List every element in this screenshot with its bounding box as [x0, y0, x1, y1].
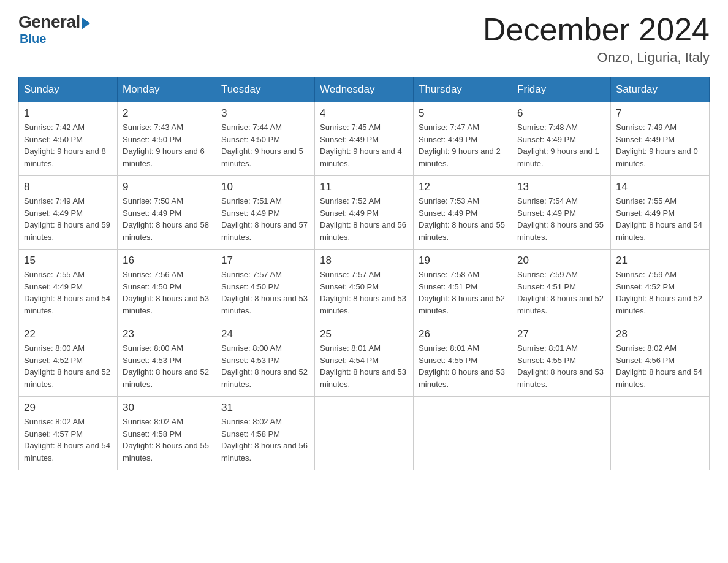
- day-number: 18: [320, 255, 408, 267]
- calendar-cell: 13Sunrise: 7:54 AMSunset: 4:49 PMDayligh…: [512, 176, 611, 250]
- calendar-cell: 5Sunrise: 7:47 AMSunset: 4:49 PMDaylight…: [414, 102, 512, 176]
- day-info: Sunrise: 8:00 AMSunset: 4:52 PMDaylight:…: [24, 342, 112, 390]
- header-wednesday: Wednesday: [315, 77, 414, 102]
- day-info: Sunrise: 8:02 AMSunset: 4:58 PMDaylight:…: [221, 416, 309, 464]
- day-number: 6: [517, 107, 605, 120]
- calendar-week-4: 22Sunrise: 8:00 AMSunset: 4:52 PMDayligh…: [19, 323, 710, 397]
- day-number: 23: [123, 328, 211, 340]
- day-info: Sunrise: 7:42 AMSunset: 4:50 PMDaylight:…: [24, 121, 112, 169]
- day-info: Sunrise: 7:55 AMSunset: 4:49 PMDaylight:…: [24, 269, 112, 316]
- calendar-cell: 14Sunrise: 7:55 AMSunset: 4:49 PMDayligh…: [611, 176, 710, 250]
- day-info: Sunrise: 7:49 AMSunset: 4:49 PMDaylight:…: [24, 195, 112, 243]
- calendar-cell: 21Sunrise: 7:59 AMSunset: 4:52 PMDayligh…: [611, 250, 710, 323]
- day-info: Sunrise: 8:02 AMSunset: 4:57 PMDaylight:…: [24, 416, 112, 464]
- header-friday: Friday: [512, 77, 611, 102]
- calendar-title: December 2024: [483, 12, 710, 47]
- day-info: Sunrise: 7:59 AMSunset: 4:52 PMDaylight:…: [616, 269, 704, 316]
- logo-arrow-icon: [82, 17, 90, 29]
- day-info: Sunrise: 7:44 AMSunset: 4:50 PMDaylight:…: [221, 121, 309, 169]
- day-number: 4: [320, 107, 408, 120]
- header-monday: Monday: [118, 77, 216, 102]
- calendar-cell: 3Sunrise: 7:44 AMSunset: 4:50 PMDaylight…: [216, 102, 315, 176]
- calendar-cell: [512, 397, 611, 470]
- day-info: Sunrise: 8:01 AMSunset: 4:55 PMDaylight:…: [419, 342, 507, 390]
- calendar-cell: 11Sunrise: 7:52 AMSunset: 4:49 PMDayligh…: [315, 176, 414, 250]
- day-info: Sunrise: 8:00 AMSunset: 4:53 PMDaylight:…: [221, 342, 309, 390]
- day-number: 20: [517, 255, 605, 267]
- day-number: 21: [616, 255, 704, 267]
- day-info: Sunrise: 7:56 AMSunset: 4:50 PMDaylight:…: [123, 269, 211, 316]
- calendar-cell: 22Sunrise: 8:00 AMSunset: 4:52 PMDayligh…: [19, 323, 118, 397]
- day-number: 3: [221, 107, 309, 120]
- day-number: 1: [24, 107, 112, 120]
- calendar-cell: 28Sunrise: 8:02 AMSunset: 4:56 PMDayligh…: [611, 323, 710, 397]
- calendar-table: SundayMondayTuesdayWednesdayThursdayFrid…: [18, 77, 710, 470]
- day-info: Sunrise: 7:57 AMSunset: 4:50 PMDaylight:…: [320, 269, 408, 316]
- day-info: Sunrise: 8:02 AMSunset: 4:58 PMDaylight:…: [123, 416, 211, 464]
- calendar-cell: 4Sunrise: 7:45 AMSunset: 4:49 PMDaylight…: [315, 102, 414, 176]
- day-number: 27: [517, 328, 605, 340]
- day-number: 28: [616, 328, 704, 340]
- calendar-cell: 8Sunrise: 7:49 AMSunset: 4:49 PMDaylight…: [19, 176, 118, 250]
- day-number: 30: [123, 402, 211, 414]
- day-info: Sunrise: 8:02 AMSunset: 4:56 PMDaylight:…: [616, 342, 704, 390]
- calendar-cell: 23Sunrise: 8:00 AMSunset: 4:53 PMDayligh…: [118, 323, 216, 397]
- day-number: 24: [221, 328, 309, 340]
- day-number: 11: [320, 181, 408, 193]
- calendar-cell: 16Sunrise: 7:56 AMSunset: 4:50 PMDayligh…: [118, 250, 216, 323]
- day-info: Sunrise: 7:51 AMSunset: 4:49 PMDaylight:…: [221, 195, 309, 243]
- calendar-subtitle: Onzo, Liguria, Italy: [483, 50, 710, 66]
- day-number: 25: [320, 328, 408, 340]
- calendar-cell: [611, 397, 710, 470]
- day-number: 14: [616, 181, 704, 193]
- day-info: Sunrise: 8:01 AMSunset: 4:55 PMDaylight:…: [517, 342, 605, 390]
- calendar-cell: 20Sunrise: 7:59 AMSunset: 4:51 PMDayligh…: [512, 250, 611, 323]
- day-info: Sunrise: 7:50 AMSunset: 4:49 PMDaylight:…: [123, 195, 211, 243]
- day-number: 29: [24, 402, 112, 414]
- day-number: 22: [24, 328, 112, 340]
- day-number: 16: [123, 255, 211, 267]
- calendar-cell: 7Sunrise: 7:49 AMSunset: 4:49 PMDaylight…: [611, 102, 710, 176]
- day-info: Sunrise: 7:54 AMSunset: 4:49 PMDaylight:…: [517, 195, 605, 243]
- logo-general-text: General: [18, 12, 80, 32]
- calendar-cell: 17Sunrise: 7:57 AMSunset: 4:50 PMDayligh…: [216, 250, 315, 323]
- logo-bottom-text: Blue: [20, 32, 46, 46]
- calendar-cell: 25Sunrise: 8:01 AMSunset: 4:54 PMDayligh…: [315, 323, 414, 397]
- calendar-cell: 10Sunrise: 7:51 AMSunset: 4:49 PMDayligh…: [216, 176, 315, 250]
- day-number: 9: [123, 181, 211, 193]
- day-number: 5: [419, 107, 507, 120]
- day-info: Sunrise: 7:43 AMSunset: 4:50 PMDaylight:…: [123, 121, 211, 169]
- calendar-cell: 26Sunrise: 8:01 AMSunset: 4:55 PMDayligh…: [414, 323, 512, 397]
- day-info: Sunrise: 7:47 AMSunset: 4:49 PMDaylight:…: [419, 121, 507, 169]
- calendar-cell: 31Sunrise: 8:02 AMSunset: 4:58 PMDayligh…: [216, 397, 315, 470]
- calendar-cell: 2Sunrise: 7:43 AMSunset: 4:50 PMDaylight…: [118, 102, 216, 176]
- day-info: Sunrise: 8:01 AMSunset: 4:54 PMDaylight:…: [320, 342, 408, 390]
- header-tuesday: Tuesday: [216, 77, 315, 102]
- calendar-cell: 29Sunrise: 8:02 AMSunset: 4:57 PMDayligh…: [19, 397, 118, 470]
- calendar-cell: 19Sunrise: 7:58 AMSunset: 4:51 PMDayligh…: [414, 250, 512, 323]
- day-number: 19: [419, 255, 507, 267]
- calendar-week-3: 15Sunrise: 7:55 AMSunset: 4:49 PMDayligh…: [19, 250, 710, 323]
- day-info: Sunrise: 7:59 AMSunset: 4:51 PMDaylight:…: [517, 269, 605, 316]
- calendar-week-1: 1Sunrise: 7:42 AMSunset: 4:50 PMDaylight…: [19, 102, 710, 176]
- day-number: 17: [221, 255, 309, 267]
- day-number: 10: [221, 181, 309, 193]
- calendar-cell: [315, 397, 414, 470]
- day-number: 31: [221, 402, 309, 414]
- calendar-week-5: 29Sunrise: 8:02 AMSunset: 4:57 PMDayligh…: [19, 397, 710, 470]
- logo: General Blue: [18, 12, 91, 46]
- day-number: 8: [24, 181, 112, 193]
- calendar-cell: 15Sunrise: 7:55 AMSunset: 4:49 PMDayligh…: [19, 250, 118, 323]
- calendar-cell: 6Sunrise: 7:48 AMSunset: 4:49 PMDaylight…: [512, 102, 611, 176]
- calendar-cell: 12Sunrise: 7:53 AMSunset: 4:49 PMDayligh…: [414, 176, 512, 250]
- calendar-cell: 18Sunrise: 7:57 AMSunset: 4:50 PMDayligh…: [315, 250, 414, 323]
- day-info: Sunrise: 7:55 AMSunset: 4:49 PMDaylight:…: [616, 195, 704, 243]
- calendar-cell: 27Sunrise: 8:01 AMSunset: 4:55 PMDayligh…: [512, 323, 611, 397]
- day-number: 26: [419, 328, 507, 340]
- day-info: Sunrise: 7:57 AMSunset: 4:50 PMDaylight:…: [221, 269, 309, 316]
- day-info: Sunrise: 7:48 AMSunset: 4:49 PMDaylight:…: [517, 121, 605, 169]
- day-info: Sunrise: 7:52 AMSunset: 4:49 PMDaylight:…: [320, 195, 408, 243]
- day-info: Sunrise: 8:00 AMSunset: 4:53 PMDaylight:…: [123, 342, 211, 390]
- day-number: 7: [616, 107, 704, 120]
- day-info: Sunrise: 7:58 AMSunset: 4:51 PMDaylight:…: [419, 269, 507, 316]
